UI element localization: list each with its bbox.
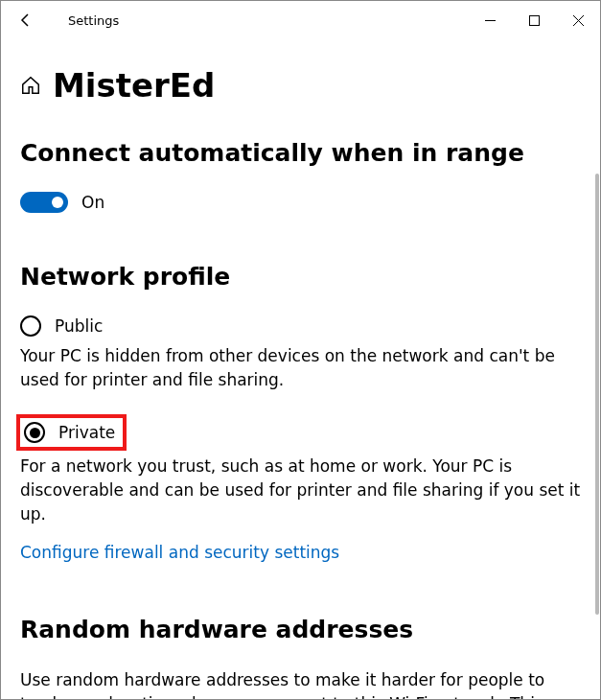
connect-auto-toggle[interactable] xyxy=(20,192,68,213)
page-title: MisterEd xyxy=(53,66,215,105)
maximize-button[interactable] xyxy=(512,1,556,39)
section-profile-title: Network profile xyxy=(20,263,581,291)
home-icon xyxy=(20,75,41,96)
radio-icon[interactable] xyxy=(24,422,45,443)
section-connect-title: Connect automatically when in range xyxy=(20,139,581,167)
section-random-title: Random hardware addresses xyxy=(20,616,581,643)
close-icon xyxy=(573,15,584,26)
arrow-left-icon xyxy=(18,12,34,28)
minimize-button[interactable] xyxy=(468,1,512,39)
highlight-private: Private xyxy=(16,414,127,451)
back-button[interactable] xyxy=(5,1,47,39)
radio-private-label[interactable]: Private xyxy=(58,423,115,442)
maximize-icon xyxy=(529,15,540,26)
radio-public-label: Public xyxy=(55,316,103,336)
radio-private-description: For a network you trust, such as at home… xyxy=(20,455,581,525)
radio-icon xyxy=(20,315,41,337)
radio-public[interactable]: Public xyxy=(20,315,581,337)
radio-public-description: Your PC is hidden from other devices on … xyxy=(20,344,581,391)
minimize-icon xyxy=(485,15,496,26)
scrollbar-thumb[interactable] xyxy=(595,174,599,615)
connect-auto-toggle-label: On xyxy=(81,193,104,212)
firewall-settings-link[interactable]: Configure firewall and security settings xyxy=(20,543,339,562)
svg-rect-1 xyxy=(529,15,539,25)
close-button[interactable] xyxy=(556,1,600,39)
random-hardware-description: Use random hardware addresses to make it… xyxy=(20,668,581,699)
app-title: Settings xyxy=(68,13,119,28)
